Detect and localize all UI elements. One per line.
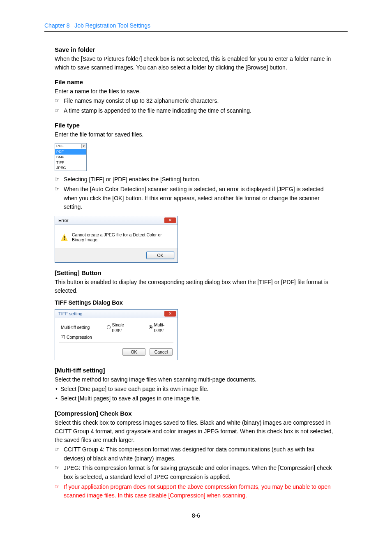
chapter-label: Chapter 8 (44, 22, 69, 29)
setting-button-heading: [Setting] Button (55, 269, 337, 276)
dropdown-option[interactable]: PDF (55, 149, 86, 155)
file-type-note: Selecting [TIFF] or [PDF] enables the [S… (55, 175, 337, 184)
warning-icon: ! (61, 234, 68, 241)
dropdown-option[interactable]: BMP (55, 155, 86, 160)
chevron-down-icon[interactable]: ▼ (81, 144, 86, 148)
file-name-heading: File name (55, 79, 337, 86)
page-header: Chapter 8 Job Registration Tool Settings (44, 22, 348, 29)
checkbox-icon: ✓ (61, 335, 65, 339)
chapter-title: Job Registration Tool Settings (74, 22, 150, 29)
file-name-note: A time stamp is appended to the file nam… (55, 106, 337, 116)
save-in-folder-heading: Save in folder (55, 46, 337, 53)
compression-note: CCITT Group 4: This compression format w… (55, 445, 337, 463)
separator (59, 342, 173, 342)
compression-checkbox[interactable]: ✓ Compression (61, 335, 92, 340)
file-name-note: File names may consist of up to 32 alpha… (55, 97, 337, 106)
dropdown-option[interactable]: JPEG (55, 165, 86, 171)
list-item: Select [Multi pages] to save all pages i… (55, 394, 337, 403)
cancel-button[interactable]: Cancel (150, 348, 173, 356)
save-in-folder-text: When the [Save to Pictures folder] check… (55, 55, 337, 72)
footer-rule (44, 508, 348, 508)
multi-tiff-text: Select the method for saving image files… (55, 375, 337, 384)
single-page-radio[interactable]: Single page (107, 322, 132, 332)
tiff-settings-dialog: TIFF setting ✕ Multi-tiff setting Single… (55, 309, 178, 360)
list-item: Select [One page] to save each page in i… (55, 385, 337, 394)
header-rule (44, 31, 348, 32)
error-message: Cannot create a JPEG file for a Detect C… (72, 232, 172, 242)
tiff-dialog-title: TIFF setting (58, 311, 83, 316)
dropdown-selected: PDF (56, 144, 64, 148)
file-type-text: Enter the file format for saved files. (55, 130, 337, 139)
close-icon[interactable]: ✕ (164, 311, 176, 317)
compression-warning-note: If your application program does not sup… (55, 483, 337, 500)
radio-icon (149, 325, 152, 329)
multi-page-radio[interactable]: Multi-page (149, 322, 172, 332)
setting-button-text: This button is enabled to display the co… (55, 278, 337, 295)
compression-heading: [Compression] Check Box (55, 410, 337, 417)
multi-tiff-label: Multi-tiff setting (61, 325, 90, 330)
compression-text: Select this check box to compress images… (55, 419, 337, 444)
file-type-note: When the [Auto Color Detection] scanner … (55, 185, 337, 212)
file-type-dropdown[interactable]: PDF ▼ PDF BMP TIFF JPEG (55, 143, 87, 171)
multi-tiff-heading: [Multi-tiff setting] (55, 367, 337, 374)
ok-button[interactable]: OK (122, 348, 145, 356)
error-dialog-title: Error (58, 218, 68, 223)
close-icon[interactable]: ✕ (164, 217, 176, 223)
dropdown-option[interactable]: TIFF (55, 160, 86, 165)
error-dialog: Error ✕ ! Cannot create a JPEG file for … (55, 216, 178, 263)
file-name-text: Enter a name for the files to save. (55, 87, 337, 96)
radio-icon (107, 325, 111, 329)
tiff-settings-heading: TIFF Settings Dialog Box (55, 299, 337, 306)
page-number: 8-6 (55, 512, 337, 519)
compression-note: JPEG: This compression format is for sav… (55, 464, 337, 481)
ok-button[interactable]: OK (146, 252, 174, 259)
file-type-heading: File type (55, 122, 337, 129)
